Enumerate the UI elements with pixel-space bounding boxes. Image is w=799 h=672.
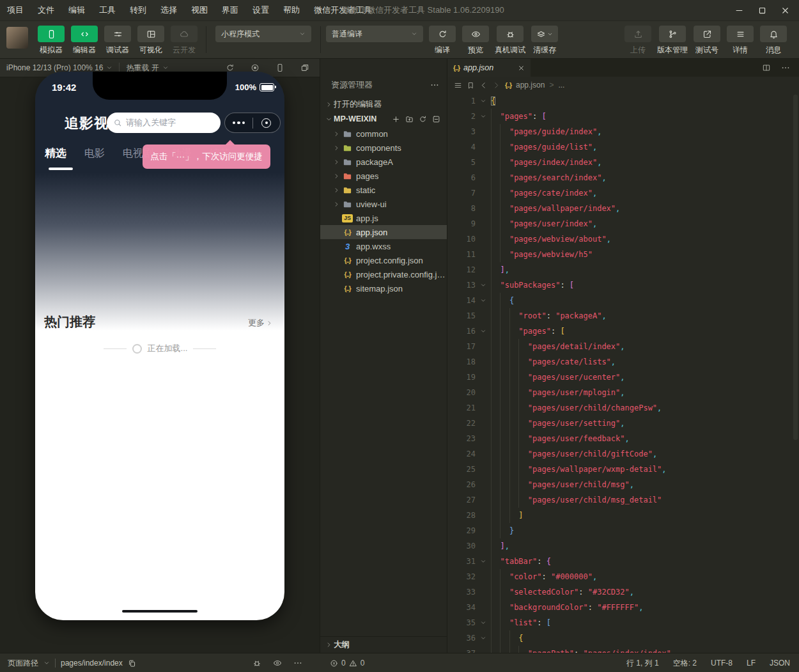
fold-chevron-icon[interactable] xyxy=(479,615,488,630)
phone-tab-2[interactable]: 电影 xyxy=(84,147,105,160)
statusbar-item-3[interactable]: UTF-8 xyxy=(711,659,733,668)
code-line-27[interactable]: 27 "pages/user/child/msg_detail" xyxy=(447,492,799,508)
fold-chevron-icon[interactable] xyxy=(479,109,488,124)
page-path-label[interactable]: 页面路径 xyxy=(8,658,38,669)
device-debug-button[interactable]: 真机调试 xyxy=(495,26,525,56)
code-line-13[interactable]: 13 "subPackages": [ xyxy=(447,277,799,293)
code-line-26[interactable]: 26 "pages/user/child/msg", xyxy=(447,477,799,492)
device-dropdown[interactable]: iPhone 12/13 (Pro) 100% 16 xyxy=(0,63,119,72)
outline-list-icon[interactable] xyxy=(454,81,462,90)
version-button[interactable]: 版本管理 xyxy=(657,26,688,56)
explorer-item-packageA[interactable]: packageA xyxy=(320,155,447,169)
menu-item-file[interactable]: 文件 xyxy=(31,5,61,15)
refresh-icon[interactable] xyxy=(419,115,427,123)
code-line-34[interactable]: 34 "backgroundColor": "#FFFFFF", xyxy=(447,600,799,615)
split-editor-icon[interactable] xyxy=(762,63,771,72)
code-line-1[interactable]: 1{ xyxy=(447,93,799,109)
fold-chevron-icon[interactable] xyxy=(479,277,488,293)
explorer-item-app.json[interactable]: {..}app.json xyxy=(320,225,447,239)
code-line-5[interactable]: 5 "pages/index/index", xyxy=(447,155,799,170)
problems-indicator[interactable]: 0 0 xyxy=(330,653,364,672)
breadcrumb-file[interactable]: app.json xyxy=(516,81,545,90)
close-icon[interactable] xyxy=(518,65,525,72)
code-line-3[interactable]: 3 "pages/guide/index", xyxy=(447,124,799,139)
code-line-4[interactable]: 4 "pages/guide/list", xyxy=(447,139,799,155)
test-account-button[interactable]: 测试号 xyxy=(693,26,721,56)
windows-icon[interactable] xyxy=(300,63,309,72)
preview-button[interactable]: 预览 xyxy=(462,26,490,56)
debugger-button[interactable]: 调试器 xyxy=(104,26,132,56)
tab-app-json[interactable]: {..} app.json xyxy=(447,59,531,77)
eye-icon[interactable] xyxy=(273,659,282,668)
cloud-button[interactable]: 云开发 xyxy=(170,26,198,56)
editor-scrollbar[interactable] xyxy=(793,95,798,440)
fold-chevron-icon[interactable] xyxy=(479,554,488,569)
code-line-9[interactable]: 9 "pages/user/index", xyxy=(447,216,799,231)
fold-chevron-icon[interactable] xyxy=(479,93,488,109)
outline-section[interactable]: 大纲 xyxy=(320,636,447,653)
fold-chevron-icon[interactable] xyxy=(479,324,488,339)
plus-icon[interactable] xyxy=(392,115,400,123)
code-line-32[interactable]: 32 "color": "#000000", xyxy=(447,569,799,584)
code-line-7[interactable]: 7 "pages/cate/index", xyxy=(447,185,799,201)
code-line-8[interactable]: 8 "pages/wallpaper/index", xyxy=(447,201,799,216)
code-line-22[interactable]: 22 "pages/user/setting", xyxy=(447,416,799,431)
bug-icon[interactable] xyxy=(252,659,261,668)
close-button[interactable] xyxy=(773,0,796,20)
code-line-10[interactable]: 10 "pages/webview/about", xyxy=(447,231,799,247)
phone-icon[interactable] xyxy=(275,63,284,72)
more-icon[interactable] xyxy=(293,659,302,668)
more-icon[interactable] xyxy=(781,63,790,72)
explorer-item-static[interactable]: static xyxy=(320,183,447,197)
code-line-2[interactable]: 2 "pages": [ xyxy=(447,109,799,124)
menu-item-settings[interactable]: 设置 xyxy=(245,5,276,15)
code-line-36[interactable]: 36 { xyxy=(447,630,799,646)
record-icon[interactable] xyxy=(251,63,260,72)
code-line-23[interactable]: 23 "pages/user/feedback", xyxy=(447,431,799,446)
code-line-25[interactable]: 25 "pages/wallpaper/wxmp-detail", xyxy=(447,462,799,477)
user-avatar[interactable] xyxy=(6,27,28,49)
menu-item-goto[interactable]: 转到 xyxy=(123,5,153,15)
arrow-right-icon[interactable] xyxy=(492,81,500,90)
code-area[interactable]: 1{2 "pages": [3 "pages/guide/index",4 "p… xyxy=(447,93,799,653)
explorer-item-project.config.json[interactable]: {..}project.config.json xyxy=(320,253,447,267)
menu-item-tools[interactable]: 工具 xyxy=(92,5,123,15)
code-line-31[interactable]: 31 "tabBar": { xyxy=(447,554,799,569)
code-line-18[interactable]: 18 "pages/cate/lists", xyxy=(447,354,799,370)
code-line-16[interactable]: 16 "pages": [ xyxy=(447,324,799,339)
code-line-14[interactable]: 14 { xyxy=(447,293,799,308)
clear-cache-button[interactable]: 清缓存 xyxy=(531,26,559,56)
statusbar-item-1[interactable]: 行 1, 列 1 xyxy=(626,658,659,669)
explorer-item-app.js[interactable]: JSapp.js xyxy=(320,211,447,225)
explorer-item-common[interactable]: common xyxy=(320,127,447,141)
code-line-29[interactable]: 29 } xyxy=(447,523,799,538)
explorer-item-components[interactable]: components xyxy=(320,141,447,155)
code-line-30[interactable]: 30 ], xyxy=(447,538,799,554)
arrow-left-icon[interactable] xyxy=(479,81,488,90)
code-line-15[interactable]: 15 "root": "packageA", xyxy=(447,308,799,324)
folder-plus-icon[interactable] xyxy=(405,115,414,123)
phone-tab-1[interactable]: 精选 xyxy=(45,146,66,160)
project-root-row[interactable]: MP-WEIXIN xyxy=(320,111,447,127)
simulator-button[interactable]: 模拟器 xyxy=(37,26,65,56)
explorer-item-pages[interactable]: pages xyxy=(320,169,447,183)
explorer-item-project.private.config.js...[interactable]: {..}project.private.config.js... xyxy=(320,267,447,281)
fold-chevron-icon[interactable] xyxy=(479,630,488,646)
capsule-close-button[interactable] xyxy=(253,118,281,128)
code-line-11[interactable]: 11 "pages/webview/h5" xyxy=(447,247,799,262)
code-line-35[interactable]: 35 "list": [ xyxy=(447,615,799,630)
code-line-19[interactable]: 19 "pages/user/ucenter", xyxy=(447,370,799,385)
minimize-button[interactable] xyxy=(727,0,750,20)
details-button[interactable]: 详情 xyxy=(726,26,754,56)
capsule-more-button[interactable] xyxy=(225,121,252,125)
menu-item-project[interactable]: 项目 xyxy=(0,5,31,15)
code-line-28[interactable]: 28 ] xyxy=(447,508,799,523)
compile-mode-dropdown[interactable]: 普通编译 xyxy=(326,26,423,42)
editor-button[interactable]: 编辑器 xyxy=(70,26,98,56)
compile-button[interactable]: 编译 xyxy=(428,26,456,56)
bookmark-icon[interactable] xyxy=(467,81,475,90)
explorer-item-uview-ui[interactable]: uview-ui xyxy=(320,197,447,211)
visualization-button[interactable]: 可视化 xyxy=(137,26,165,56)
menu-item-interface[interactable]: 界面 xyxy=(215,5,245,15)
copy-icon[interactable] xyxy=(128,659,136,668)
